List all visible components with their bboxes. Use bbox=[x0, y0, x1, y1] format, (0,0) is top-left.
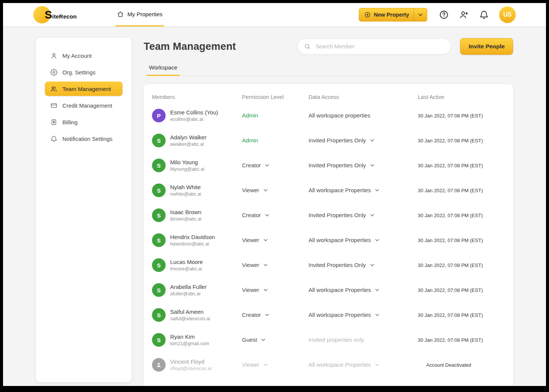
data-access-value: Invited Properties Only bbox=[309, 262, 366, 268]
tab-workspace[interactable]: Workspace bbox=[147, 64, 180, 76]
member-meta: Isaac Brownibrown@abc.ai bbox=[170, 209, 202, 222]
member-name: Adalyn Walker bbox=[170, 134, 206, 141]
avatar: S bbox=[152, 308, 166, 322]
table-row: SArabella Fullerafuller@abc.aiViewerAll … bbox=[152, 278, 505, 302]
member-email: ecollins@abc.ai bbox=[170, 117, 218, 122]
data-access-dropdown[interactable]: Invited Properties Only bbox=[309, 137, 374, 144]
permission-cell: Admin bbox=[242, 137, 309, 144]
new-property-button[interactable]: New Property bbox=[359, 8, 427, 22]
avatar: S bbox=[152, 233, 166, 247]
member-meta: Vincent Floydvfloyd@siterecon.ai bbox=[170, 358, 211, 371]
permission-level-dropdown[interactable]: Creator bbox=[242, 312, 269, 318]
member-email: hdavidson@abc.ai bbox=[170, 241, 215, 247]
team-icon bbox=[50, 85, 57, 93]
permission-level-dropdown[interactable]: Viewer bbox=[242, 187, 268, 193]
data-access-dropdown[interactable]: All workspace Properties bbox=[309, 361, 379, 368]
member-email: afuller@abc.ai bbox=[170, 291, 207, 296]
billing-icon bbox=[50, 119, 57, 126]
table-row: SIsaac Brownibrown@abc.aiCreatorInvited … bbox=[152, 203, 505, 228]
tabs-bar: Workspace bbox=[144, 64, 513, 76]
data-access-dropdown[interactable]: Invited Properties Only bbox=[309, 162, 374, 168]
sidebar-menu: My AccountOrg. SettingsTeam ManagementCr… bbox=[36, 48, 132, 146]
table-row: SAdalyn Walkerawalker@abc.aiAdminInvited… bbox=[152, 128, 505, 153]
member-name: Milo Young bbox=[170, 159, 205, 166]
sidebar-item-label: My Account bbox=[62, 52, 92, 59]
permission-level-dropdown[interactable]: Guest bbox=[242, 336, 265, 343]
member-name: Isaac Brown bbox=[170, 209, 202, 216]
table-row: SHendrix Davidsonhdavidson@abc.aiViewerA… bbox=[152, 228, 505, 253]
sidebar-item-billing[interactable]: Billing bbox=[45, 115, 123, 129]
data-access-dropdown[interactable]: Invited Properties Only bbox=[309, 262, 374, 268]
table-row: SNylah Whitenwhite@abc.aiViewerAll works… bbox=[152, 178, 505, 203]
chevron-down-icon bbox=[370, 139, 374, 142]
help-icon[interactable] bbox=[439, 10, 449, 20]
data-access-cell: All workspace Properties bbox=[309, 187, 418, 194]
siterecon-logo[interactable]: SiteRecon bbox=[33, 6, 77, 23]
avatar: S bbox=[152, 184, 166, 197]
sidebar-item-team-management[interactable]: Team Management bbox=[45, 82, 123, 96]
permission-level-value: Guest bbox=[242, 336, 257, 343]
permission-level-dropdown[interactable]: Creator bbox=[242, 162, 269, 168]
table-header-row: Members Permission Level Data Access Las… bbox=[152, 84, 505, 103]
bell-icon[interactable] bbox=[479, 10, 489, 20]
column-header-members: Members bbox=[152, 94, 242, 100]
invite-people-button[interactable]: Invite People bbox=[460, 38, 513, 55]
data-access-dropdown[interactable]: Invited Properties Only bbox=[309, 212, 374, 218]
member-meta: Saiful Ameensaiful@siterecon.ai bbox=[170, 309, 210, 321]
permission-level-value: Viewer bbox=[242, 361, 259, 368]
member-email: kim21@gmail.com bbox=[170, 341, 209, 346]
home-icon bbox=[117, 11, 124, 18]
main-content: Team Management Invite People Workspace … bbox=[144, 38, 513, 386]
data-access-dropdown[interactable]: All workspace Properties bbox=[309, 287, 379, 293]
data-access-cell: All workspace Properties bbox=[309, 237, 418, 244]
permission-level-dropdown[interactable]: Viewer bbox=[242, 361, 268, 368]
data-access-value: All workspace Properties bbox=[309, 361, 371, 368]
sidebar-item-org-settings[interactable]: Org. Settings bbox=[45, 65, 123, 79]
sidebar-item-notification-settings[interactable]: Notification Settings bbox=[45, 131, 123, 146]
table-row: Vincent Floydvfloyd@siterecon.aiViewerAl… bbox=[152, 352, 505, 377]
member-name: Nylah White bbox=[170, 184, 201, 191]
data-access-cell: All workspace Properties bbox=[309, 361, 418, 368]
permission-cell: Admin bbox=[242, 112, 309, 119]
permission-cell: Viewer bbox=[242, 187, 309, 194]
table-row: SRyan Kimkim21@gmail.comGuestInvited pro… bbox=[152, 327, 505, 352]
chevron-down-icon[interactable] bbox=[414, 8, 427, 21]
last-active: Account Deactivated bbox=[418, 362, 505, 368]
data-access-cell: All workspace Properties bbox=[309, 287, 418, 293]
chevron-down-icon bbox=[370, 164, 374, 167]
data-access-dropdown[interactable]: All workspace Properties bbox=[309, 187, 379, 193]
search-input[interactable] bbox=[315, 43, 445, 50]
data-access-cell: All workspace properties bbox=[309, 112, 418, 119]
sidebar-item-my-account[interactable]: My Account bbox=[45, 48, 123, 63]
sidebar-item-label: Notification Settings bbox=[62, 136, 113, 142]
permission-level-dropdown[interactable]: Viewer bbox=[242, 287, 268, 293]
data-access-cell: All workspace Properties bbox=[309, 312, 418, 318]
sidebar-item-credit-management[interactable]: Credit Management bbox=[45, 98, 123, 113]
chevron-down-icon bbox=[264, 189, 268, 192]
nav-my-properties[interactable]: My Properties bbox=[115, 3, 164, 26]
avatar: S bbox=[152, 134, 166, 147]
chevron-down-icon bbox=[375, 363, 379, 366]
chevron-down-icon bbox=[264, 239, 268, 242]
permission-level-dropdown[interactable]: Creator bbox=[242, 212, 269, 218]
permission-level-dropdown[interactable]: Viewer bbox=[242, 237, 268, 243]
last-active: 30 Jan 2022, 07:08 PM (EST) bbox=[418, 138, 505, 144]
member-meta: Esme Collins (You)ecollins@abc.ai bbox=[170, 109, 218, 122]
permission-level-value: Viewer bbox=[242, 187, 259, 193]
data-access-dropdown[interactable]: All workspace Properties bbox=[309, 312, 379, 318]
avatar: S bbox=[152, 258, 166, 272]
user-avatar[interactable]: US bbox=[499, 6, 516, 23]
last-active: 30 Jan 2022, 07:08 PM (EST) bbox=[418, 312, 505, 318]
member-cell: SIsaac Brownibrown@abc.ai bbox=[152, 208, 242, 222]
data-access-dropdown[interactable]: All workspace Properties bbox=[309, 237, 379, 243]
permission-level-dropdown[interactable]: Viewer bbox=[242, 262, 268, 268]
permission-level-dropdown: Admin bbox=[242, 137, 258, 144]
page-title: Team Management bbox=[144, 41, 236, 52]
plus-circle-icon bbox=[364, 11, 371, 18]
member-cell: Vincent Floydvfloyd@siterecon.ai bbox=[152, 358, 242, 372]
add-user-icon[interactable] bbox=[459, 10, 469, 20]
permission-level-value: Admin bbox=[242, 137, 258, 144]
main-header: Team Management Invite People bbox=[144, 38, 513, 55]
data-access-dropdown: All workspace properties bbox=[309, 112, 370, 119]
member-email: awalker@abc.ai bbox=[170, 142, 206, 147]
